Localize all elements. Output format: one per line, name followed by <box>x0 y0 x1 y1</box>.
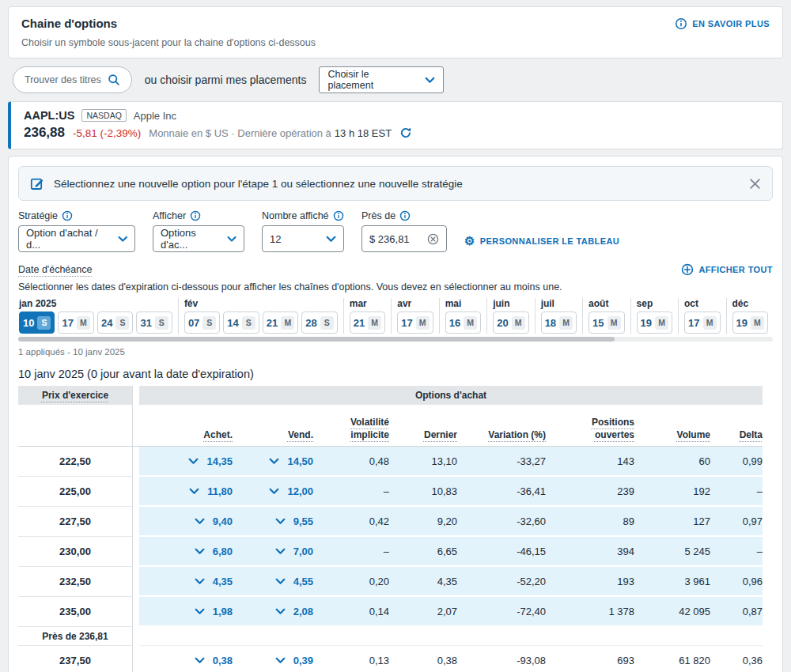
ask-cell[interactable]: 7,00 <box>233 537 313 567</box>
learn-more-link[interactable]: EN SAVOIR PLUS <box>675 17 770 30</box>
expiry-date-chip[interactable]: 24S <box>97 311 133 334</box>
refresh-icon[interactable] <box>399 126 412 139</box>
expiry-chips-row: 17M <box>684 311 720 334</box>
open-interest-cell: 89 <box>546 507 634 537</box>
expiry-date-chip[interactable]: 31S <box>136 311 172 334</box>
bid-cell[interactable]: 4,35 <box>139 567 233 597</box>
ask-cell[interactable]: 14,50 <box>233 447 313 477</box>
option-price-link[interactable]: 7,00 <box>275 546 313 557</box>
chip-type-badge: S <box>155 316 168 330</box>
info-icon <box>675 17 687 30</box>
option-price-link[interactable]: 0,38 <box>195 655 233 666</box>
option-price-link[interactable]: 14,50 <box>269 455 313 467</box>
chip-type-badge: M <box>77 316 90 330</box>
col-header-bid[interactable]: Achet. <box>139 405 233 446</box>
expiry-date-chip[interactable]: 17M <box>58 311 93 334</box>
ask-cell[interactable]: 9,55 <box>233 507 313 537</box>
col-header-implied-volatility[interactable]: Volatilité implicite <box>313 405 389 446</box>
expiry-date-chip[interactable]: 19M <box>637 311 672 334</box>
col-header-last[interactable]: Dernier <box>389 405 457 446</box>
choose-placement-value: Choisir le placement <box>327 69 417 91</box>
display-dropdown[interactable]: Options d'ac... <box>153 225 244 252</box>
expiry-month-label: août <box>589 298 624 309</box>
quote-change: -5,81 (-2,39%) <box>73 127 141 139</box>
bid-cell[interactable]: 9,40 <box>139 507 233 537</box>
chevron-down-icon <box>189 488 199 495</box>
expiry-month-group: déc19M <box>726 298 774 334</box>
expiry-month-label: juin <box>493 298 528 309</box>
price-value: 14,50 <box>287 455 313 467</box>
expiry-date-chip[interactable]: 18M <box>541 311 577 334</box>
expiry-date-chip[interactable]: 16M <box>445 311 481 334</box>
info-icon[interactable] <box>399 210 411 221</box>
near-price-input[interactable]: $ 236,81 <box>361 225 447 252</box>
option-price-link[interactable]: 4,55 <box>275 576 313 587</box>
ask-cell[interactable]: 0,39 <box>233 646 313 672</box>
col-header-change[interactable]: Variation (%) <box>457 405 546 446</box>
expiry-date-chip[interactable]: 10S <box>19 311 55 334</box>
info-icon[interactable] <box>62 210 73 221</box>
option-price-link[interactable]: 9,55 <box>275 515 313 527</box>
option-price-link[interactable]: 0,39 <box>275 655 313 666</box>
show-all-link[interactable]: AFFICHER TOUT <box>681 263 773 276</box>
option-price-link[interactable]: 1,98 <box>195 606 233 617</box>
expiry-date-chip[interactable]: 19M <box>732 311 768 334</box>
option-price-link[interactable]: 2,08 <box>275 606 313 617</box>
expiry-date-chip[interactable]: 15M <box>589 311 624 334</box>
bid-cell[interactable]: 11,80 <box>139 477 233 507</box>
bid-cell[interactable]: 6,80 <box>139 537 233 567</box>
chip-type-badge: S <box>115 316 129 330</box>
expiry-month-label: jan 2025 <box>19 298 172 309</box>
col-header-open-interest[interactable]: Positions ouvertes <box>546 405 634 446</box>
find-securities-button[interactable]: Trouver des titres <box>13 66 132 93</box>
option-price-link[interactable]: 14,35 <box>188 455 233 467</box>
count-dropdown[interactable]: 12 <box>262 225 344 252</box>
info-icon[interactable] <box>333 210 344 221</box>
option-price-link[interactable]: 9,40 <box>195 515 233 527</box>
change-cell: -33,27 <box>457 447 546 477</box>
chip-type-badge: M <box>703 316 717 330</box>
info-icon[interactable] <box>190 210 201 221</box>
choose-placement-dropdown[interactable]: Choisir le placement <box>319 66 444 93</box>
scrollbar-thumb[interactable] <box>18 337 615 342</box>
bid-cell[interactable]: 14,35 <box>139 447 233 477</box>
bid-cell[interactable]: 0,38 <box>139 646 233 672</box>
option-price-link[interactable]: 6,80 <box>195 546 233 557</box>
customize-table-label: PERSONNALISER LE TABLEAU <box>480 236 619 246</box>
col-header-delta[interactable]: Delta <box>710 405 763 446</box>
implied-volatility-cell: 0,48 <box>313 447 389 477</box>
bid-cell[interactable]: 1,98 <box>139 597 233 627</box>
ask-cell[interactable]: 12,00 <box>233 477 313 507</box>
expiry-date-chip[interactable]: 14S <box>223 311 259 334</box>
alert-close-button[interactable] <box>749 178 761 190</box>
chip-type-badge: S <box>37 316 51 330</box>
strike-column-header[interactable]: Prix d'exercice <box>18 386 133 405</box>
open-interest-cell: 193 <box>546 567 634 597</box>
option-price-link[interactable]: 12,00 <box>269 485 313 497</box>
chip-day-label: 07 <box>188 317 199 329</box>
learn-more-label: EN SAVOIR PLUS <box>692 19 770 28</box>
expiry-date-chip[interactable]: 21M <box>350 311 385 334</box>
expiry-date-chip[interactable]: 17M <box>684 311 720 334</box>
expiry-date-chip[interactable]: 28S <box>301 311 337 334</box>
expiry-date-chip[interactable]: 21M <box>263 311 298 334</box>
count-value: 12 <box>270 233 281 245</box>
col-header-volume[interactable]: Volume <box>634 405 710 446</box>
ask-cell[interactable]: 4,55 <box>233 567 313 597</box>
display-filter: Afficher Options d'ac... <box>153 210 244 252</box>
col-header-ask[interactable]: Vend. <box>233 405 313 446</box>
near-price-label: Près de 236,81 <box>18 627 133 646</box>
expiry-month-label: sep <box>637 298 672 309</box>
expiry-date-chip[interactable]: 07S <box>184 311 220 334</box>
expiry-date-chip[interactable]: 17M <box>397 311 433 334</box>
strategy-dropdown[interactable]: Option d'achat / d... <box>18 225 135 252</box>
column-gap <box>133 405 139 446</box>
option-row: 235,001,982,080,142,07-72,401 37842 0950… <box>18 597 763 627</box>
option-price-link[interactable]: 4,35 <box>195 576 233 587</box>
customize-table-link[interactable]: ⚙ PERSONNALISER LE TABLEAU <box>464 235 619 247</box>
option-price-link[interactable]: 11,80 <box>189 485 233 497</box>
ask-cell[interactable]: 2,08 <box>233 597 313 627</box>
expiry-date-chip[interactable]: 20M <box>493 311 528 334</box>
clear-icon[interactable] <box>427 233 439 245</box>
price-value: 0,38 <box>213 655 233 666</box>
